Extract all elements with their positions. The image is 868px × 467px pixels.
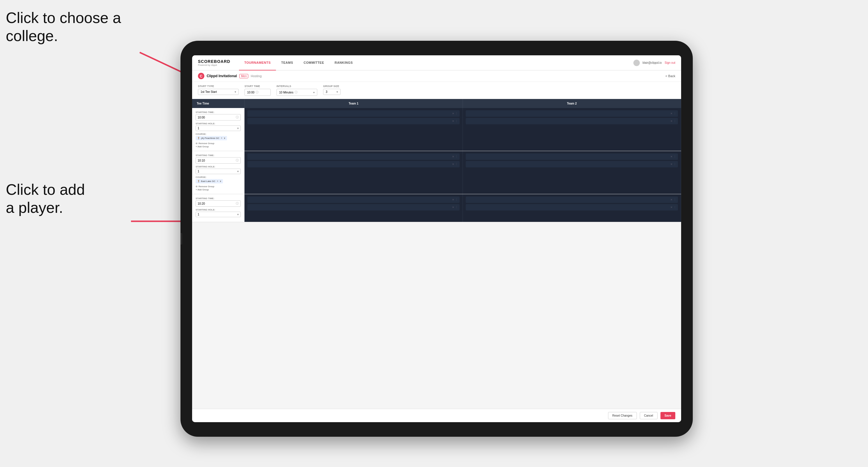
player-slot-1-2[interactable]: ✕ ⋮ bbox=[247, 118, 460, 124]
back-button[interactable]: < Back bbox=[665, 74, 675, 78]
slot-icon: ✕ ⋮ bbox=[670, 206, 676, 209]
intervals-select[interactable]: 10 Minutes ⓘ ▾ bbox=[277, 89, 317, 96]
slot-icon: ✕ ⋮ bbox=[452, 120, 458, 123]
remove-group-1-btn[interactable]: ⊖ Remove Group bbox=[196, 142, 241, 145]
starting-time-label-2: STARTING TIME: bbox=[196, 154, 241, 157]
group-1-hole-field[interactable]: 1 ▾ bbox=[196, 125, 241, 131]
group-3-left: STARTING TIME: 10:20 ⓘ STARTING HOLE: 1 … bbox=[192, 194, 245, 222]
clippd-logo: C bbox=[198, 73, 204, 79]
remove-course-2[interactable]: ✕ bbox=[217, 180, 219, 183]
group-2-actions: ⊖ Remove Group + Add Group bbox=[196, 185, 241, 191]
group-3-hole-field[interactable]: 1 ▾ bbox=[196, 212, 241, 217]
slot-icon: ✕ ⋮ bbox=[452, 112, 458, 115]
player-slot-2-4[interactable]: ✕ ⋮ bbox=[466, 161, 678, 167]
header-right: blair@clippd.io Sign out bbox=[633, 60, 675, 66]
reset-button[interactable]: Reset Changes bbox=[608, 412, 637, 419]
start-time-input[interactable]: 10:00 ⓘ bbox=[245, 89, 271, 96]
schedule-table-header: Tee Time Team 1 Team 2 bbox=[192, 99, 681, 108]
slot-icon: ✕ ⋮ bbox=[452, 155, 458, 158]
group-1-course-tag[interactable]: 🏌 (A) Peachtree GC ✕ ▾ bbox=[196, 136, 227, 140]
group-1-actions: ⊖ Remove Group + Add Group bbox=[196, 142, 241, 148]
remove-course-1[interactable]: ✕ bbox=[221, 137, 223, 139]
slot-icon: ✕ ⋮ bbox=[670, 112, 676, 115]
controls-bar: Start Type 1st Tee Start ▾ Start Time 10… bbox=[192, 82, 681, 99]
time-info-3: ⓘ bbox=[236, 201, 239, 206]
scoreboard-logo: SCOREBOARD Powered by clippd bbox=[198, 59, 230, 66]
group-2-time-field[interactable]: 10:10 ⓘ bbox=[196, 157, 241, 164]
starting-time-label-1: STARTING TIME: bbox=[196, 111, 241, 114]
time-info-2: ⓘ bbox=[236, 158, 239, 162]
group-2-course-tag[interactable]: 🏌 East Lake GC ✕ ▾ bbox=[196, 179, 223, 183]
player-slot-1-4[interactable]: ✕ ⋮ bbox=[466, 118, 678, 124]
player-slot-2-2[interactable]: ✕ ⋮ bbox=[247, 161, 460, 167]
start-type-chevron: ▾ bbox=[235, 90, 236, 93]
group-size-select[interactable]: 3 ▾ bbox=[323, 89, 341, 95]
tab-teams[interactable]: TEAMS bbox=[276, 55, 298, 70]
starting-hole-label-3: STARTING HOLE: bbox=[196, 209, 241, 211]
start-time-group: Start Time 10:00 ⓘ bbox=[245, 85, 271, 96]
time-info-1: ⓘ bbox=[236, 115, 239, 119]
hole-chevron-2: ▾ bbox=[237, 170, 239, 173]
group-size-label: Group Size bbox=[323, 85, 341, 88]
save-button[interactable]: Save bbox=[660, 412, 675, 419]
slot-icon: ✕ ⋮ bbox=[670, 163, 676, 166]
group-2-team2: ✕ ⋮ ✕ ⋮ bbox=[463, 151, 681, 194]
group-row: STARTING TIME: 10:10 ⓘ STARTING HOLE: 1 … bbox=[192, 151, 681, 194]
player-slot-1-1[interactable]: ✕ ⋮ bbox=[247, 110, 460, 117]
course-chevron-1: ▾ bbox=[224, 136, 225, 140]
group-3-team2: ✕ ⋮ ✕ ⋮ bbox=[463, 194, 681, 222]
starting-time-label-3: STARTING TIME: bbox=[196, 197, 241, 200]
group-row: STARTING TIME: 10:00 ⓘ STARTING HOLE: 1 … bbox=[192, 108, 681, 151]
start-time-label: Start Time bbox=[245, 85, 271, 88]
col-team1: Team 1 bbox=[245, 99, 463, 108]
group-3-time-field[interactable]: 10:20 ⓘ bbox=[196, 200, 241, 207]
group-1-time-field[interactable]: 10:00 ⓘ bbox=[196, 114, 241, 121]
player-slot-3-2[interactable]: ✕ ⋮ bbox=[247, 204, 460, 211]
player-slot-2-1[interactable]: ✕ ⋮ bbox=[247, 153, 460, 160]
starting-hole-label-1: STARTING HOLE: bbox=[196, 122, 241, 125]
start-type-select[interactable]: 1st Tee Start ▾ bbox=[198, 89, 239, 95]
app-header: SCOREBOARD Powered by clippd TOURNAMENTS… bbox=[192, 55, 681, 70]
col-team2: Team 2 bbox=[463, 99, 681, 108]
user-avatar bbox=[633, 60, 640, 66]
tablet-frame: SCOREBOARD Powered by clippd TOURNAMENTS… bbox=[181, 41, 693, 437]
tab-committee[interactable]: COMMITTEE bbox=[298, 55, 330, 70]
tab-tournaments[interactable]: TOURNAMENTS bbox=[239, 55, 276, 70]
group-1-team1: ✕ ⋮ ✕ ⋮ bbox=[245, 108, 463, 151]
hole-chevron-3: ▾ bbox=[237, 213, 239, 216]
intervals-group: Intervals 10 Minutes ⓘ ▾ bbox=[277, 85, 317, 96]
start-type-group: Start Type 1st Tee Start ▾ bbox=[198, 85, 239, 96]
player-slot-2-3[interactable]: ✕ ⋮ bbox=[466, 153, 678, 160]
course-chevron-2: ▾ bbox=[220, 180, 221, 183]
group-1-team2: ✕ ⋮ ✕ ⋮ bbox=[463, 108, 681, 151]
slot-icon: ✕ ⋮ bbox=[452, 198, 458, 201]
annotation-choose-college: Click to choose a college. bbox=[6, 9, 121, 45]
cancel-button[interactable]: Cancel bbox=[640, 412, 657, 419]
group-row: STARTING TIME: 10:20 ⓘ STARTING HOLE: 1 … bbox=[192, 194, 681, 222]
intervals-info-icon: ⓘ bbox=[294, 90, 298, 94]
group-3-team1: ✕ ⋮ ✕ ⋮ bbox=[245, 194, 463, 222]
player-slot-3-4[interactable]: ✕ ⋮ bbox=[466, 204, 678, 211]
sign-out-link[interactable]: Sign out bbox=[664, 61, 675, 64]
tab-rankings[interactable]: RANKINGS bbox=[329, 55, 358, 70]
player-slot-3-1[interactable]: ✕ ⋮ bbox=[247, 196, 460, 203]
slot-icon: ✕ ⋮ bbox=[670, 120, 676, 123]
tournament-name: Clippd Invitational bbox=[207, 74, 237, 78]
tablet-side-button bbox=[181, 233, 182, 245]
breadcrumb-bar: C Clippd Invitational Men Hosting < Back bbox=[192, 70, 681, 82]
hosting-label: Hosting bbox=[251, 74, 261, 78]
group-2-hole-field[interactable]: 1 ▾ bbox=[196, 168, 241, 174]
gender-tag: Men bbox=[239, 74, 248, 78]
player-slot-1-3[interactable]: ✕ ⋮ bbox=[466, 110, 678, 117]
time-info-icon: ⓘ bbox=[255, 90, 258, 94]
player-slot-3-3[interactable]: ✕ ⋮ bbox=[466, 196, 678, 203]
intervals-label: Intervals bbox=[277, 85, 317, 88]
slot-icon: ✕ ⋮ bbox=[452, 206, 458, 209]
add-group-1-btn[interactable]: + Add Group bbox=[196, 145, 241, 148]
tablet-screen: SCOREBOARD Powered by clippd TOURNAMENTS… bbox=[192, 55, 681, 422]
add-group-2-btn[interactable]: + Add Group bbox=[196, 188, 241, 191]
group-size-chevron: ▾ bbox=[337, 90, 338, 93]
breadcrumb-left: C Clippd Invitational Men Hosting bbox=[198, 73, 262, 79]
logo-title: SCOREBOARD bbox=[198, 59, 230, 64]
remove-group-2-btn[interactable]: ⊖ Remove Group bbox=[196, 185, 241, 188]
